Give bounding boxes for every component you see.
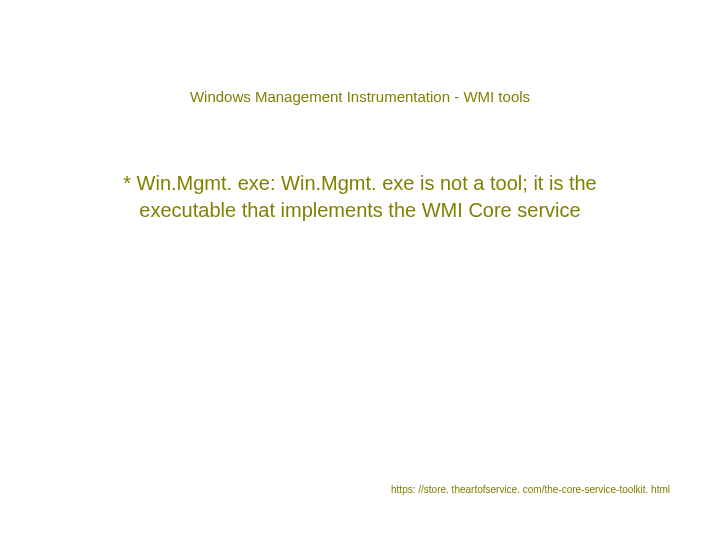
slide: Windows Management Instrumentation - WMI… [0,0,720,540]
slide-title: Windows Management Instrumentation - WMI… [0,88,720,105]
slide-body-text: * Win.Mgmt. exe: Win.Mgmt. exe is not a … [100,170,620,224]
footer-url: https: //store. theartofservice. com/the… [391,484,670,495]
